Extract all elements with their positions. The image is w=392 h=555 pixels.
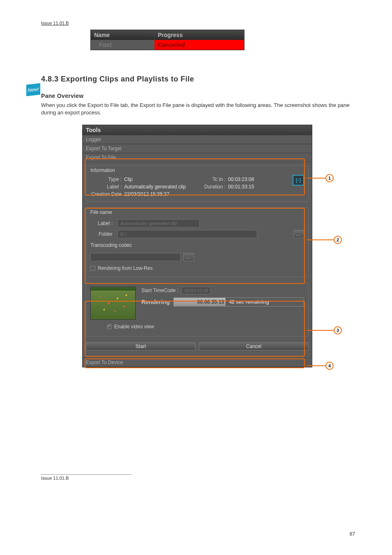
tab-export-to-file[interactable]: Export To File — [83, 153, 312, 162]
duration-label: Duration : — [203, 184, 228, 190]
tab-export-to-target[interactable]: Export To Target — [83, 144, 312, 153]
new-badge: New! — [26, 83, 40, 96]
cancel-table: Name Progress Foot Cancelled — [90, 30, 244, 50]
callout-2: 2 — [334, 236, 342, 244]
rendering-label: Rendering — [141, 299, 170, 305]
col-header-name: Name — [91, 30, 154, 40]
folder-input[interactable] — [118, 230, 257, 238]
tools-title: Tools — [83, 125, 312, 135]
row-progress: Cancelled — [154, 40, 244, 50]
filename-codec-group: File name Label : Folder ... Transcoding… — [86, 207, 309, 277]
row-name: Foot — [91, 40, 154, 50]
elapsed-time: 00:00:35:13 — [197, 299, 224, 305]
label-value: Automatically generated clip — [124, 184, 186, 190]
tcin-value: 00:03:23:08 — [228, 176, 254, 182]
start-tc-value: 00:03:23:08 — [182, 287, 210, 294]
collapse-icon[interactable]: [-] — [293, 175, 304, 186]
footer-issue: Issue 11.01.B — [41, 474, 131, 481]
filename-group-label: File name — [90, 209, 304, 215]
issue-top: Issue 11.01.B — [41, 21, 363, 26]
created-value: 22/03/2012 15:35:37 — [124, 191, 169, 197]
enable-video-view-label: Enable video view — [114, 324, 154, 330]
start-button[interactable]: Start — [86, 342, 196, 351]
subsection-heading: Pane Overview — [41, 93, 363, 99]
col-header-progress: Progress — [154, 30, 244, 40]
video-thumbnail — [90, 287, 136, 320]
start-tc-label: Start TimeCode : — [141, 288, 178, 293]
tab-logger[interactable]: Logger — [83, 135, 312, 144]
browse-folder-button[interactable]: ... — [293, 230, 304, 238]
tcin-label: Tc In : — [203, 176, 228, 182]
tab-export-to-device[interactable]: Export To Device — [83, 358, 312, 367]
browse-codec-button[interactable]: ... — [183, 253, 194, 261]
cancel-button[interactable]: Cancel — [199, 342, 309, 351]
lowres-label: Rendering from Low-Res — [98, 265, 152, 271]
callout-3: 3 — [334, 326, 342, 334]
type-label: Type : — [90, 176, 124, 182]
monitor-group: Start TimeCode : 00:03:23:08 Rendering 0… — [86, 283, 309, 337]
label-label: Label : — [90, 184, 124, 190]
intro-text: When you click the Export to File tab, t… — [41, 102, 363, 116]
callout-1: 1 — [325, 174, 334, 182]
enable-video-view-checkbox[interactable] — [107, 324, 112, 329]
information-label: Information — [90, 167, 304, 173]
tools-panel: Tools Logger Export To Target Export To … — [82, 125, 312, 367]
created-label: Creation Date — [90, 191, 124, 197]
remaining-time: 42 sec remaining — [229, 299, 269, 305]
information-group: Information Type :Clip Label :Automatica… — [86, 165, 309, 202]
fn-label-lbl: Label : — [90, 221, 115, 226]
callout-4: 4 — [325, 362, 334, 370]
filename-input[interactable] — [118, 219, 200, 228]
section-heading: 4.8.3 Exporting Clips and Playlists to F… — [41, 75, 363, 84]
codec-group-label: Transcoding codec — [90, 242, 304, 248]
page-number: 87 — [350, 531, 355, 537]
progress-bar: 00:00:35:13 42 sec remaining — [173, 297, 304, 307]
lowres-checkbox[interactable] — [90, 266, 95, 271]
folder-lbl: Folder — [90, 231, 115, 237]
type-value: Clip — [124, 176, 133, 182]
duration-value: 00:01:33:15 — [228, 184, 254, 190]
codec-select[interactable] — [90, 253, 181, 261]
